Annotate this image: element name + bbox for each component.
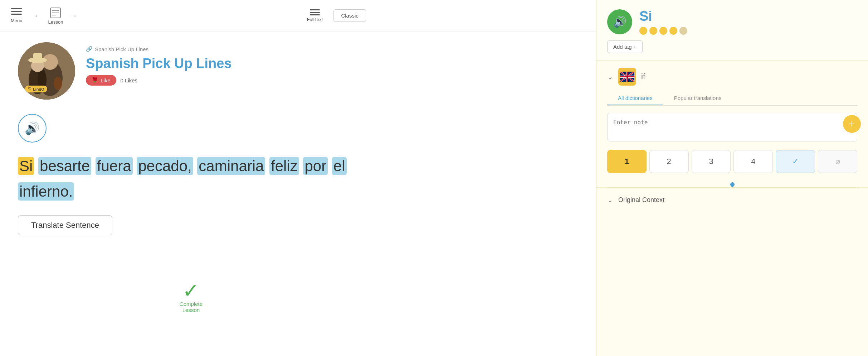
word-si[interactable]: Si bbox=[18, 157, 34, 175]
menu-label: Menu bbox=[11, 18, 23, 23]
level-buttons: 1 2 3 4 ✓ ⌀ bbox=[607, 150, 857, 173]
level-2-button[interactable]: 2 bbox=[649, 150, 689, 173]
word-audio-icon: 🔊 bbox=[613, 15, 626, 28]
lesson-avatar: ♡LingQ bbox=[18, 42, 75, 100]
fulltext-button[interactable]: FullText bbox=[307, 9, 323, 22]
uk-flag-svg bbox=[620, 72, 634, 82]
translation-word: if bbox=[641, 72, 645, 81]
menu-bar-3 bbox=[11, 14, 22, 15]
breadcrumb-icon: 🔗 bbox=[86, 46, 93, 52]
complete-lesson-button[interactable]: ✓ CompleteLesson bbox=[180, 281, 203, 313]
lesson-info: 🔗 Spanish Pick Up Lines Spanish Pick Up … bbox=[86, 42, 232, 86]
lingq-badge: ♡LingQ bbox=[25, 86, 47, 92]
word-pecado[interactable]: pecado, bbox=[137, 157, 193, 175]
word-info: Si bbox=[639, 9, 687, 35]
lesson-nav: ← Lesson → bbox=[31, 6, 81, 25]
flag-icon bbox=[618, 68, 636, 86]
like-heart-icon: 🌹 bbox=[92, 77, 98, 83]
ft-bar-3 bbox=[310, 14, 320, 15]
breadcrumb: 🔗 Spanish Pick Up Lines bbox=[86, 46, 232, 52]
original-context-header[interactable]: ⌄ Original Context bbox=[607, 196, 857, 204]
translation-section: ⌄ if All dicti bbox=[596, 61, 868, 188]
word-audio-button[interactable]: 🔊 bbox=[607, 9, 632, 34]
level-1-button[interactable]: 1 bbox=[607, 150, 647, 173]
word-card-header: 🔊 Si bbox=[607, 9, 857, 35]
note-input[interactable] bbox=[607, 113, 857, 141]
likes-count: 0 Likes bbox=[121, 77, 138, 83]
lesson-label: Lesson bbox=[48, 19, 63, 25]
word-card-top: 🔊 Si Add tag + bbox=[596, 0, 868, 61]
word-stars bbox=[639, 27, 687, 35]
lesson-icon bbox=[49, 6, 62, 19]
add-button[interactable]: + bbox=[843, 115, 861, 133]
star-3 bbox=[659, 27, 667, 35]
toolbar: Menu ← Lesson → bbox=[0, 0, 596, 32]
fulltext-label: FullText bbox=[307, 17, 323, 22]
word-feliz[interactable]: feliz bbox=[269, 157, 299, 175]
translate-sentence-button[interactable]: Translate Sentence bbox=[18, 215, 112, 235]
classic-button[interactable]: Classic bbox=[333, 9, 366, 22]
dict-tabs: All dictionaries Popular translations bbox=[607, 91, 857, 106]
original-context-label: Original Context bbox=[618, 196, 664, 204]
svg-rect-10 bbox=[33, 53, 42, 61]
ft-bar-1 bbox=[310, 9, 320, 10]
star-1 bbox=[639, 27, 647, 35]
translation-header: ⌄ if bbox=[607, 68, 857, 86]
tab-popular-translations[interactable]: Popular translations bbox=[663, 91, 732, 105]
content-wrapper: 🔊 Si besarte fuera pecado, caminaria fel… bbox=[0, 107, 596, 356]
add-tag-button[interactable]: Add tag + bbox=[607, 40, 643, 53]
svg-point-11 bbox=[54, 77, 62, 90]
fulltext-bars bbox=[310, 9, 320, 15]
original-context-section: ⌄ Original Context bbox=[596, 188, 868, 211]
level-check-button[interactable]: ✓ bbox=[776, 150, 815, 173]
lesson-title: Spanish Pick Up Lines bbox=[86, 56, 232, 71]
word-el[interactable]: el bbox=[332, 157, 347, 175]
menu-bar-2 bbox=[11, 11, 22, 12]
ft-bar-2 bbox=[310, 12, 320, 13]
main-panel: Menu ← Lesson → bbox=[0, 0, 596, 356]
chevron-down-icon[interactable]: ⌄ bbox=[607, 72, 613, 81]
word-por[interactable]: por bbox=[303, 157, 328, 175]
like-button[interactable]: 🌹 Like bbox=[86, 75, 116, 86]
star-4 bbox=[669, 27, 677, 35]
menu-button[interactable]: Menu bbox=[11, 8, 23, 23]
star-5 bbox=[679, 27, 687, 35]
lesson-button[interactable]: Lesson bbox=[48, 6, 63, 25]
right-panel: 🔊 Si Add tag + ⌄ bbox=[596, 0, 868, 356]
sentence-text: Si besarte fuera pecado, caminaria feliz… bbox=[18, 153, 578, 205]
level-ignore-button[interactable]: ⌀ bbox=[818, 150, 857, 173]
svg-rect-20 bbox=[626, 72, 628, 82]
lesson-header: ♡LingQ 🔗 Spanish Pick Up Lines Spanish P… bbox=[0, 32, 596, 107]
toolbar-left: Menu ← Lesson → bbox=[11, 6, 80, 25]
level-4-button[interactable]: 4 bbox=[733, 150, 773, 173]
audio-button[interactable]: 🔊 bbox=[18, 114, 47, 143]
next-arrow[interactable]: → bbox=[67, 10, 80, 22]
audio-icon: 🔊 bbox=[25, 121, 40, 135]
checkmark-icon: ✓ bbox=[182, 281, 199, 301]
word-infierno[interactable]: infierno. bbox=[18, 182, 74, 201]
word-display: Si bbox=[639, 9, 687, 24]
toolbar-center: FullText Classic bbox=[87, 9, 585, 22]
like-row: 🌹 Like 0 Likes bbox=[86, 75, 232, 86]
star-2 bbox=[649, 27, 657, 35]
level-3-button[interactable]: 3 bbox=[692, 150, 731, 173]
breadcrumb-text: Spanish Pick Up Lines bbox=[95, 46, 148, 52]
word-caminaria[interactable]: caminaria bbox=[197, 157, 265, 175]
like-label: Like bbox=[101, 77, 111, 83]
original-context-chevron-icon[interactable]: ⌄ bbox=[607, 196, 613, 204]
menu-bar-1 bbox=[11, 8, 22, 9]
tab-all-dictionaries[interactable]: All dictionaries bbox=[607, 91, 663, 105]
complete-label: CompleteLesson bbox=[180, 301, 203, 313]
word-fuera[interactable]: fuera bbox=[96, 157, 133, 175]
word-besarte[interactable]: besarte bbox=[38, 157, 91, 175]
content-area: 🔊 Si besarte fuera pecado, caminaria fel… bbox=[0, 107, 596, 246]
prev-arrow[interactable]: ← bbox=[31, 10, 45, 22]
